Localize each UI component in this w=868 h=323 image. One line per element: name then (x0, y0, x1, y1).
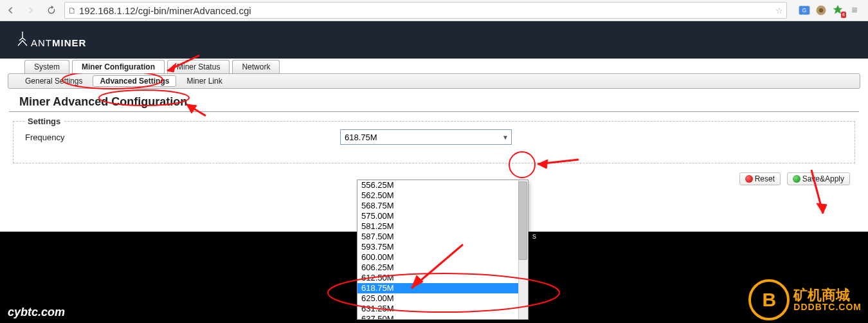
subtab-miner-link[interactable]: Miner Link (186, 77, 222, 86)
dropdown-option[interactable]: 593.75M (357, 242, 528, 252)
dropdown-option[interactable]: 575.00M (357, 211, 528, 221)
extension-badge: 4 (841, 12, 846, 18)
dropdown-option[interactable]: 612.50M (357, 273, 528, 283)
nav-back-button[interactable] (1, 3, 19, 18)
logo-prefix: ANT (31, 37, 52, 48)
dropdown-option[interactable]: 637.50M (357, 314, 528, 319)
watermark-line1: 矿机商城 (793, 288, 862, 302)
address-bar[interactable]: 🗋 192.168.1.12/cgi-bin/minerAdvanced.cgi… (64, 2, 787, 19)
dropdown-option[interactable]: 556.25M (357, 180, 528, 190)
watermark-line2: DDDBTC.COM (793, 302, 862, 312)
nav-forward-button[interactable] (22, 3, 40, 18)
reset-icon (745, 175, 753, 183)
tab-network[interactable]: Network (232, 60, 280, 73)
tabs-sub: General Settings Advanced Settings Miner… (8, 73, 860, 89)
dropdown-option[interactable]: 631.25M (357, 304, 528, 314)
subtab-general-settings[interactable]: General Settings (25, 77, 82, 86)
dropdown-option[interactable]: 581.25M (357, 221, 528, 232)
dropdown-option[interactable]: 618.75M (357, 283, 528, 293)
save-apply-button[interactable]: Save&Apply (787, 172, 850, 185)
svg-point-3 (819, 8, 824, 13)
dropdown-option[interactable]: 562.50M (357, 190, 528, 201)
watermark-left: cybtc.com (8, 306, 65, 319)
url-text: 192.168.1.12/cgi-bin/minerAdvanced.cgi (79, 5, 772, 16)
tab-miner-configuration[interactable]: Miner Configuration (72, 60, 165, 73)
dropdown-scrollbar[interactable] (518, 180, 528, 319)
subtab-advanced-settings[interactable]: Advanced Settings (93, 75, 176, 87)
svg-text:G: G (802, 7, 806, 14)
frequency-selected-value: 618.75M (341, 133, 500, 142)
footer-char-right: s (532, 232, 536, 241)
tab-system[interactable]: System (24, 60, 69, 73)
antenna-icon (17, 32, 28, 48)
frequency-select[interactable]: 618.75M ▼ (340, 129, 512, 145)
translate-extension-icon[interactable]: G (798, 4, 811, 17)
divider (9, 111, 859, 112)
extension-icon-2[interactable] (815, 4, 827, 17)
dropdown-option[interactable]: 600.00M (357, 252, 528, 263)
tabs-top: System Miner Configuration Miner Status … (24, 59, 868, 73)
chrome-menu-icon[interactable]: ≡ (848, 4, 861, 17)
nav-reload-button[interactable] (42, 3, 60, 18)
fieldset-legend: Settings (25, 116, 63, 126)
page-icon: 🗋 (65, 6, 79, 15)
extension-icon-3[interactable]: 4 (831, 4, 844, 17)
save-icon (793, 175, 800, 183)
logo-suffix: MINER (52, 37, 86, 48)
tab-miner-status[interactable]: Miner Status (167, 60, 230, 73)
btc-icon: B (748, 279, 790, 320)
scrollbar-thumb[interactable] (518, 181, 527, 260)
frequency-dropdown[interactable]: 556.25M562.50M568.75M575.00M581.25M587.5… (357, 180, 529, 320)
chevron-down-icon: ▼ (500, 134, 511, 141)
dropdown-option[interactable]: 625.00M (357, 293, 528, 304)
page-title: Miner Advanced Configuration (19, 95, 859, 109)
settings-fieldset: Settings Frequency 618.75M ▼ (13, 121, 855, 163)
svg-marker-12 (817, 203, 827, 214)
dropdown-option[interactable]: 587.50M (357, 232, 528, 242)
watermark-right: B 矿机商城 DDDBTC.COM (748, 279, 862, 320)
product-logo: ANTMINER (17, 32, 86, 48)
frequency-label: Frequency (25, 133, 340, 142)
reset-button[interactable]: Reset (739, 172, 781, 185)
dropdown-option[interactable]: 606.25M (357, 263, 528, 273)
bookmark-star-icon[interactable]: ☆ (772, 6, 786, 15)
dropdown-option[interactable]: 568.75M (357, 201, 528, 211)
